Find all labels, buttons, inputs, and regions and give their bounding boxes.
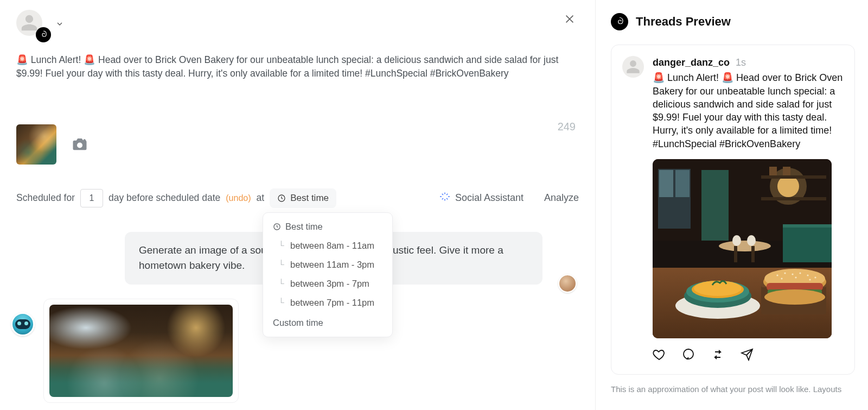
svg-point-39 <box>792 273 793 275</box>
attached-image-thumb[interactable] <box>16 124 56 165</box>
svg-rect-7 <box>659 170 673 197</box>
media-row <box>16 124 579 165</box>
generated-image-card[interactable] <box>43 299 239 403</box>
threads-icon <box>611 13 628 30</box>
svg-rect-15 <box>701 170 729 241</box>
sparkle-icon <box>440 192 450 204</box>
preview-card: danger_danz_co 1s 🚨 Lunch Alert! 🚨 Head … <box>611 45 855 375</box>
svg-point-45 <box>809 279 810 280</box>
preview-caption: This is an approximation of what your po… <box>611 383 855 395</box>
dropdown-item[interactable]: └between 7pm - 11pm <box>265 293 390 312</box>
best-time-label: Best time <box>290 193 329 204</box>
svg-point-36 <box>764 289 825 305</box>
threads-icon <box>36 27 51 42</box>
dropdown-item[interactable]: └between 3pm - 7pm <box>265 274 390 293</box>
svg-rect-16 <box>783 224 832 262</box>
svg-rect-17 <box>783 224 832 228</box>
preview-username: danger_danz_co <box>653 57 730 68</box>
scheduled-for-label: Scheduled for <box>16 192 75 204</box>
clock-icon <box>277 194 286 203</box>
social-assistant-button[interactable]: Social Assistant <box>440 192 524 204</box>
undo-link[interactable]: (undo) <box>226 193 251 203</box>
preview-actions <box>622 338 844 374</box>
social-assistant-label: Social Assistant <box>455 192 524 204</box>
repost-icon[interactable] <box>711 348 724 363</box>
days-input[interactable] <box>80 189 103 207</box>
preview-title: Threads Preview <box>636 15 731 29</box>
share-icon[interactable] <box>741 348 754 363</box>
preview-image <box>653 159 832 338</box>
svg-point-29 <box>694 281 742 296</box>
best-time-dropdown-trigger[interactable]: Best time <box>270 188 336 208</box>
svg-rect-8 <box>675 170 690 197</box>
dropdown-item[interactable]: └between 8am - 11am <box>265 236 390 255</box>
svg-rect-12 <box>761 197 826 200</box>
days-suffix-label: day before scheduled date <box>108 192 220 204</box>
preview-body: 🚨 Lunch Alert! 🚨 Head over to Brick Oven… <box>653 71 844 150</box>
char-count: 249 <box>558 121 576 133</box>
schedule-row: Scheduled for day before scheduled date … <box>16 188 579 208</box>
composer-panel: 🚨 Lunch Alert! 🚨 Head over to Brick Oven… <box>0 0 596 410</box>
svg-point-41 <box>807 274 808 276</box>
svg-rect-20 <box>751 246 755 262</box>
like-icon[interactable] <box>653 348 666 363</box>
svg-point-21 <box>732 235 741 246</box>
chevron-down-icon[interactable] <box>55 20 64 30</box>
preview-header: Threads Preview <box>611 13 855 30</box>
svg-point-44 <box>795 276 796 278</box>
best-time-dropdown: Best time └between 8am - 11am └between 1… <box>263 212 393 337</box>
dropdown-item[interactable]: └between 11am - 3pm <box>265 255 390 274</box>
svg-point-42 <box>814 276 816 278</box>
svg-rect-14 <box>783 167 790 175</box>
svg-rect-34 <box>767 283 823 291</box>
close-button[interactable] <box>564 13 579 28</box>
add-media-button[interactable] <box>72 136 90 153</box>
svg-point-40 <box>799 272 801 274</box>
preview-avatar <box>622 56 644 78</box>
svg-rect-13 <box>769 167 777 175</box>
svg-point-37 <box>776 274 778 276</box>
dropdown-custom-time[interactable]: Custom time <box>265 312 390 329</box>
dropdown-header: Best time <box>265 219 390 236</box>
svg-rect-11 <box>761 175 826 179</box>
at-label: at <box>257 192 265 204</box>
clock-icon <box>273 223 281 231</box>
svg-point-2 <box>77 142 82 148</box>
generated-image <box>49 305 233 397</box>
svg-point-43 <box>781 277 782 279</box>
svg-rect-19 <box>734 246 737 262</box>
preview-panel: Threads Preview danger_danz_co 1s 🚨 Lunc… <box>596 0 868 410</box>
svg-point-18 <box>719 241 771 251</box>
composer-header <box>16 10 579 40</box>
analyze-button[interactable]: Analyze <box>544 192 579 204</box>
preview-timestamp: 1s <box>736 57 746 68</box>
svg-point-38 <box>784 272 786 274</box>
svg-point-22 <box>747 235 756 246</box>
comment-icon[interactable] <box>682 348 695 363</box>
assistant-avatar <box>11 312 35 336</box>
account-selector[interactable] <box>16 10 49 40</box>
user-avatar <box>558 274 577 293</box>
post-text[interactable]: 🚨 Lunch Alert! 🚨 Head over to Brick Oven… <box>16 53 559 81</box>
